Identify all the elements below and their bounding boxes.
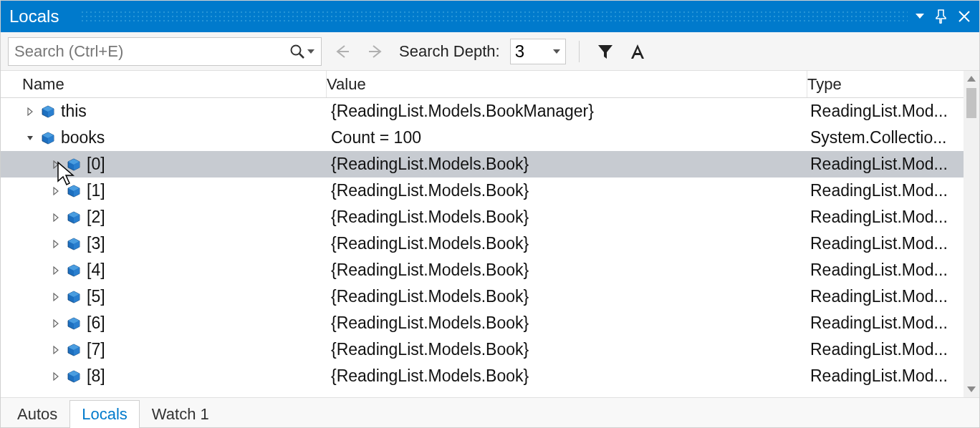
pin-icon[interactable] <box>935 9 948 24</box>
variable-name: [8] <box>87 366 105 386</box>
tab-locals[interactable]: Locals <box>69 400 140 428</box>
nav-forward-icon[interactable] <box>362 40 390 63</box>
object-icon <box>67 210 81 225</box>
toolbar: Search Depth: 3 <box>1 32 979 71</box>
search-dropdown-icon[interactable] <box>307 48 315 55</box>
variable-name: [6] <box>87 313 105 333</box>
search-input[interactable] <box>14 38 289 65</box>
variable-type: ReadingList.Mod... <box>807 363 979 389</box>
column-header-type[interactable]: Type <box>807 71 979 97</box>
svg-point-0 <box>292 45 301 54</box>
search-depth-label: Search Depth: <box>399 42 500 61</box>
table-row[interactable]: [1]{ReadingList.Models.Book}ReadingList.… <box>1 177 979 204</box>
close-icon[interactable] <box>958 10 971 23</box>
svg-line-1 <box>299 54 304 58</box>
filter-icon[interactable] <box>592 43 618 60</box>
expander-icon[interactable] <box>49 293 62 301</box>
expander-icon[interactable] <box>49 319 62 328</box>
window-options-icon[interactable] <box>915 13 925 20</box>
variable-value[interactable]: {ReadingList.Models.Book} <box>327 257 807 283</box>
titlebar-controls <box>915 9 971 24</box>
titlebar: Locals <box>1 1 979 32</box>
variables-grid: Name Value Type this{ReadingList.Models.… <box>1 71 979 397</box>
variable-value[interactable]: {ReadingList.Models.Book} <box>327 363 807 389</box>
search-depth-value: 3 <box>515 42 552 62</box>
variable-type: ReadingList.Mod... <box>807 98 979 125</box>
object-icon <box>67 237 81 251</box>
object-icon <box>67 290 81 304</box>
variable-type: ReadingList.Mod... <box>807 336 979 363</box>
object-icon <box>41 131 55 145</box>
table-row[interactable]: [2]{ReadingList.Models.Book}ReadingList.… <box>1 204 979 230</box>
expander-icon[interactable] <box>24 134 37 142</box>
scroll-down-icon[interactable] <box>964 381 979 397</box>
chevron-down-icon <box>552 48 561 55</box>
table-row[interactable]: [5]{ReadingList.Models.Book}ReadingList.… <box>1 283 979 310</box>
expander-icon[interactable] <box>49 160 62 169</box>
titlebar-title: Locals <box>9 6 59 26</box>
expander-icon[interactable] <box>49 213 62 222</box>
table-row[interactable]: [4]{ReadingList.Models.Book}ReadingList.… <box>1 257 979 283</box>
table-row[interactable]: [6]{ReadingList.Models.Book}ReadingList.… <box>1 310 979 336</box>
variable-value[interactable]: {ReadingList.Models.Book} <box>327 204 807 230</box>
object-icon <box>67 343 81 357</box>
table-row[interactable]: [8]{ReadingList.Models.Book}ReadingList.… <box>1 363 979 389</box>
nav-back-icon[interactable] <box>327 40 356 63</box>
variable-name: [3] <box>87 234 105 253</box>
object-icon <box>41 104 55 119</box>
search-icon[interactable] <box>289 44 305 59</box>
variable-value[interactable]: {ReadingList.Models.Book} <box>327 283 807 310</box>
column-header-name[interactable]: Name <box>1 71 327 97</box>
variable-value[interactable]: {ReadingList.Models.Book} <box>327 310 807 336</box>
table-row[interactable]: [3]{ReadingList.Models.Book}ReadingList.… <box>1 230 979 257</box>
variable-name: books <box>61 128 105 147</box>
variable-value[interactable]: {ReadingList.Models.Book} <box>327 336 807 363</box>
object-icon <box>67 184 81 198</box>
object-icon <box>67 263 81 278</box>
variable-type: System.Collectio... <box>807 125 979 151</box>
titlebar-grip[interactable] <box>80 10 908 23</box>
variable-name: [2] <box>87 208 105 227</box>
scroll-up-icon[interactable] <box>964 71 979 87</box>
search-depth-select[interactable]: 3 <box>510 39 566 64</box>
variable-name: [7] <box>87 340 105 359</box>
scroll-thumb[interactable] <box>966 88 976 118</box>
variable-name: [0] <box>87 155 105 174</box>
debugger-tabs: AutosLocalsWatch 1 <box>1 397 979 427</box>
variable-name: [4] <box>87 261 105 280</box>
object-icon <box>67 316 81 331</box>
tab-autos[interactable]: Autos <box>5 400 69 428</box>
variable-type: ReadingList.Mod... <box>807 177 979 204</box>
column-header-value[interactable]: Value <box>327 71 807 97</box>
variable-type: ReadingList.Mod... <box>807 310 979 336</box>
variable-value[interactable]: {ReadingList.Models.Book} <box>327 151 807 177</box>
grid-rows: this{ReadingList.Models.BookManager}Read… <box>1 98 979 397</box>
expander-icon[interactable] <box>49 240 62 248</box>
text-style-icon[interactable] <box>624 42 651 61</box>
table-row[interactable]: this{ReadingList.Models.BookManager}Read… <box>1 98 979 125</box>
object-icon <box>67 157 81 172</box>
variable-value[interactable]: {ReadingList.Models.Book} <box>327 177 807 204</box>
variable-type: ReadingList.Mod... <box>807 204 979 230</box>
variable-type: ReadingList.Mod... <box>807 230 979 257</box>
table-row[interactable]: booksCount = 100System.Collectio... <box>1 125 979 151</box>
grid-header[interactable]: Name Value Type <box>1 71 979 98</box>
expander-icon[interactable] <box>49 266 62 275</box>
table-row[interactable]: [7]{ReadingList.Models.Book}ReadingList.… <box>1 336 979 363</box>
object-icon <box>67 369 81 384</box>
variable-name: [5] <box>87 287 105 306</box>
locals-window: Locals <box>0 0 980 428</box>
table-row[interactable]: [0]{ReadingList.Models.Book}ReadingList.… <box>1 151 979 177</box>
variable-type: ReadingList.Mod... <box>807 283 979 310</box>
search-box[interactable] <box>8 37 322 66</box>
expander-icon[interactable] <box>49 346 62 354</box>
expander-icon[interactable] <box>49 372 62 381</box>
vertical-scrollbar[interactable] <box>964 71 979 397</box>
expander-icon[interactable] <box>24 107 37 116</box>
toolbar-divider <box>579 41 580 62</box>
variable-value[interactable]: Count = 100 <box>327 125 807 151</box>
variable-value[interactable]: {ReadingList.Models.BookManager} <box>327 98 807 125</box>
tab-watch-1[interactable]: Watch 1 <box>140 400 221 428</box>
variable-value[interactable]: {ReadingList.Models.Book} <box>327 230 807 257</box>
expander-icon[interactable] <box>49 187 62 195</box>
